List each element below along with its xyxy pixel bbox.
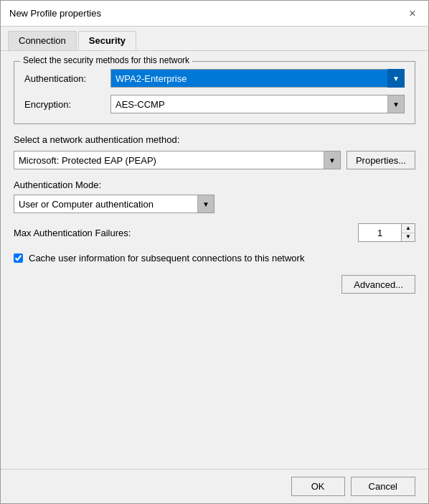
cache-checkbox[interactable] [14, 253, 23, 263]
network-auth-dropdown-wrapper: Microsoft: Protected EAP (PEAP) ▼ [14, 151, 341, 169]
cache-label: Cache user information for subsequent co… [29, 252, 304, 265]
tab-security[interactable]: Security [78, 31, 136, 50]
cancel-button[interactable]: Cancel [351, 477, 415, 496]
dialog-title: New Profile properties [9, 8, 101, 19]
authentication-row: Authentication: WPA2-Enterprise ▼ [24, 69, 405, 88]
spinner-down-button[interactable]: ▼ [402, 233, 415, 242]
spinner-arrows: ▲ ▼ [401, 223, 415, 242]
close-button[interactable]: × [405, 6, 420, 21]
spinner-wrapper: 1 ▲ ▼ [358, 223, 415, 242]
encryption-label: Encryption: [24, 99, 110, 110]
auth-mode-row: User or Computer authentication ▼ [14, 195, 415, 213]
encryption-dropdown[interactable]: AES-CCMP [110, 95, 405, 113]
dialog: New Profile properties × Connection Secu… [0, 0, 429, 504]
content-area: Select the security methods for this net… [1, 51, 428, 469]
group-legend: Select the security methods for this net… [20, 55, 192, 65]
footer: OK Cancel [1, 469, 428, 503]
auth-mode-label: Authentication Mode: [14, 179, 415, 190]
max-failures-input[interactable]: 1 [358, 223, 401, 242]
encryption-dropdown-wrapper: AES-CCMP ▼ [110, 95, 405, 113]
auth-label: Authentication: [24, 73, 110, 84]
network-auth-row: Microsoft: Protected EAP (PEAP) ▼ Proper… [14, 151, 415, 169]
cache-checkbox-row: Cache user information for subsequent co… [14, 252, 415, 265]
max-failures-row: Max Authentication Failures: 1 ▲ ▼ [14, 223, 415, 242]
auth-mode-dropdown-wrapper: User or Computer authentication ▼ [14, 195, 214, 213]
encryption-row: Encryption: AES-CCMP ▼ [24, 95, 405, 113]
ok-button[interactable]: OK [291, 477, 345, 496]
advanced-row: Advanced... [14, 275, 415, 294]
auth-mode-dropdown[interactable]: User or Computer authentication [14, 195, 214, 213]
advanced-button[interactable]: Advanced... [341, 275, 415, 294]
properties-button[interactable]: Properties... [346, 151, 415, 169]
max-failures-label: Max Authentication Failures: [14, 228, 358, 238]
tab-connection[interactable]: Connection [8, 31, 77, 50]
title-bar: New Profile properties × [1, 1, 428, 27]
security-methods-group: Select the security methods for this net… [14, 61, 415, 124]
tabs: Connection Security [1, 27, 428, 51]
auth-dropdown-wrapper: WPA2-Enterprise ▼ [110, 69, 405, 88]
spinner-up-button[interactable]: ▲ [402, 224, 415, 233]
auth-dropdown[interactable]: WPA2-Enterprise [110, 69, 405, 88]
network-auth-dropdown[interactable]: Microsoft: Protected EAP (PEAP) [14, 151, 341, 169]
network-auth-section-label: Select a network authentication method: [14, 134, 415, 145]
